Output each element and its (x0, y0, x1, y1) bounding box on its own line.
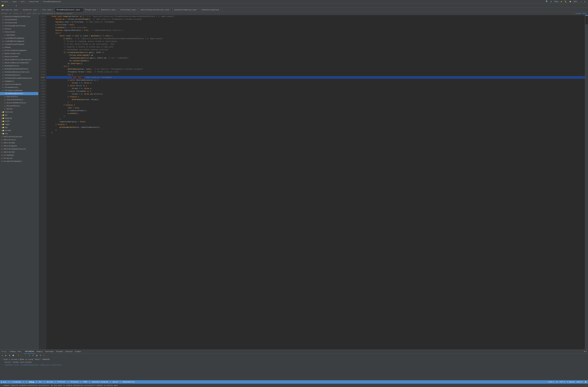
sidebar-item-rejectedexecutionhandler[interactable]: ▶ I RejectedExecutionHandler (0, 61, 38, 64)
step-out-button[interactable]: ↑ (24, 354, 27, 357)
status-build[interactable]: Build (113, 381, 118, 383)
sidebar-item-forkjoinworkerthread[interactable]: ▶ C ForkJoinWorkerThread (0, 24, 38, 27)
sidebar-item-prefs[interactable]: ▶ 📁 prefs (0, 120, 38, 123)
sidebar-item-scheduledexecutorservice[interactable]: ▶ I ScheduledExecutorService (0, 70, 38, 74)
sidebar-item-futuretask[interactable]: ▼ C FutureTask (0, 30, 38, 34)
tab-thread-close[interactable]: × (97, 9, 98, 11)
sidebar-item-linkedblockingdeque[interactable]: ▶ C LinkedBlockingDeque (0, 37, 38, 40)
tab-nioserver[interactable]: NioServer.java × (21, 8, 41, 12)
tab-futuretask[interactable]: FutureTask.java × (119, 8, 139, 12)
reader-mode-button[interactable]: Reader Mode (576, 13, 587, 15)
sidebar-item-recursivetask[interactable]: ▶ C RecursiveTask (0, 55, 38, 58)
threads-button[interactable]: ≡ (39, 354, 42, 357)
sidebar-item-threadlocalrandom[interactable]: ▶ C ThreadLocalRandom (0, 89, 38, 92)
code-content[interactable]: final void runWorker(Worker w) { // w: "… (46, 15, 585, 349)
status-todo[interactable]: TODO (83, 381, 87, 383)
sidebar-item-semaphore[interactable]: ▶ C Semaphore (0, 80, 38, 83)
step-into-button[interactable]: ↓ (21, 354, 23, 357)
run-to-cursor-button[interactable]: ⇥ (28, 354, 31, 357)
forward-button[interactable]: → (11, 4, 14, 7)
tab-threadpoolexecutor[interactable]: ThreadPoolExecutor.java × (55, 8, 84, 12)
debug-tab-memory[interactable]: Memory (35, 350, 44, 354)
debug-tab-console[interactable]: Console (64, 350, 74, 354)
tab-test-close[interactable]: × (52, 9, 53, 11)
tab-nioeventloopgroup[interactable]: NioEventLoopGroup × (200, 8, 222, 12)
stop-button[interactable]: ⏹ (569, 0, 571, 3)
debug-tab-overhead[interactable]: Overhead (44, 350, 55, 354)
sidebar-item-zip[interactable]: ▶ 📁 zip (0, 132, 38, 135)
search-icon[interactable]: 🔍 (546, 0, 548, 3)
sidebar-item-priorityblockingqueue[interactable]: ▶ C PriorityBlockingQueue (0, 49, 38, 52)
status-dependencies[interactable]: Dependencies (123, 381, 135, 383)
sidebar-item-phaser[interactable]: ▶ C Phaser (0, 46, 38, 49)
settings-icon[interactable]: ⚙ (550, 0, 551, 3)
tab-executors[interactable]: Executors.java × (100, 8, 119, 12)
sidebar-item-abstractcollection[interactable]: ▶ C AbstractCollection (0, 135, 38, 138)
git-icon[interactable]: Git: (574, 0, 578, 3)
sidebar-item-linkedblockingqueue[interactable]: ▶ C LinkedBlockingQueue (0, 40, 38, 43)
breadcrumb-util[interactable]: util (21, 1, 25, 3)
debug-run-button[interactable]: 🐛 (565, 0, 567, 3)
tab-nelg-close[interactable]: × (220, 9, 221, 11)
tab-nel-close[interactable]: × (198, 9, 198, 11)
back-button[interactable]: ← (7, 4, 10, 7)
sidebar-item-synchronousqueue[interactable]: ▶ C SynchronousQueue (0, 83, 38, 86)
sidebar-item-rejectedexecutionexception[interactable]: ▶ C RejectedExecutionException (0, 58, 38, 61)
debug-tab-variables[interactable]: Variables (24, 350, 35, 354)
more-options-button[interactable]: ⋯ (42, 354, 46, 357)
sidebar-item-abstractsequentiallist[interactable]: ▶ C AbstractSequentialList (0, 147, 38, 151)
debug-tab-frames[interactable]: Frames (74, 350, 82, 354)
run-button[interactable]: ▶ (561, 0, 562, 3)
tab-ae-close[interactable]: × (170, 9, 171, 11)
tab-nettyserver-close[interactable]: × (19, 9, 20, 11)
sidebar-item-runnablefuture[interactable]: ▶ I RunnableFuture (0, 64, 38, 68)
evaluate-button[interactable]: ≡ (32, 354, 35, 357)
pause-button[interactable]: ⏸ (8, 354, 11, 357)
close-panel-btn[interactable]: × (586, 350, 587, 353)
notification-close[interactable]: × (586, 385, 587, 387)
tab-test[interactable]: Test.java × (41, 8, 55, 12)
sidebar-item-forkjoinpool[interactable]: ▶ C ForkJoinPool (0, 18, 38, 21)
sidebar-item-abortpolicy[interactable]: ▶ C AbortPolicy (0, 95, 38, 98)
sidebar-item-arraydeque[interactable]: ▶ C ArrayDeque (0, 154, 38, 157)
tab-thread[interactable]: Thread.java × (83, 8, 100, 12)
rerun-button[interactable]: ↺ (0, 354, 4, 357)
sidebar-item-discardpolicy[interactable]: ▶ C DiscardPolicy (0, 104, 38, 108)
sidebar-item-runnablescheduledfuture[interactable]: ▶ I RunnableScheduledFuture (0, 68, 38, 70)
tab-nettyserver[interactable]: NettyServer.java × (0, 8, 21, 12)
sidebar-item-abstractset[interactable]: ▶ C AbstractSet (0, 151, 38, 154)
settings-btn[interactable]: ⚙ (584, 350, 585, 353)
sidebar-item-future[interactable]: ▶ I Future (0, 27, 38, 30)
frames-button[interactable]: ▤ (35, 354, 38, 357)
refresh-button[interactable]: ↻ (15, 4, 18, 7)
tab-executors-close[interactable]: × (116, 9, 117, 11)
status-debug[interactable]: 🐛 Debug (26, 381, 34, 383)
sidebar-item-arrayprefixhelpers[interactable]: ▶ C ArrayPrefixHelpers (0, 160, 38, 163)
sidebar-item-waitnode[interactable]: ▶ C WaitNode (0, 34, 38, 37)
sidebar-item-arraylist[interactable]: ▶ C ArrayList (0, 157, 38, 160)
tab-tpe-close[interactable]: × (81, 9, 82, 11)
sidebar-item-regex[interactable]: ▶ 📁 regex (0, 123, 38, 126)
sidebar-item-threadfactory[interactable]: ▶ I ThreadFactory (0, 86, 38, 89)
sidebar-item-scheduledthreadpoolexecutor[interactable]: ▶ C ScheduledThreadPoolExecutor (0, 77, 38, 80)
breadcrumb-java[interactable]: java (12, 1, 17, 3)
git-x[interactable]: ✗ (584, 0, 585, 3)
sidebar-item-scheduledfuture[interactable]: ▶ I ScheduledFuture (0, 74, 38, 77)
sidebar-item-discardoldestpolicy[interactable]: ▶ C DiscardOldestPolicy (0, 101, 38, 104)
sidebar-item-recursiveaction[interactable]: ▶ C RecursiveAction (0, 52, 38, 55)
tab-abstractexecutor[interactable]: AbstractExecutorService.java × (139, 8, 173, 12)
sidebar-item-abstractqueue[interactable]: ▶ C AbstractQueue (0, 144, 38, 147)
tab-nioeventloop[interactable]: NioEventLoopGroup.java × (173, 8, 200, 12)
status-git[interactable]: Git (39, 381, 42, 383)
tab-nioserver-close[interactable]: × (38, 9, 39, 11)
sidebar-item-executorcompletionservice[interactable]: ▶ C ExecutorCompletionService (0, 15, 38, 18)
code-line-1149[interactable]: task.run(); task (slot_3): Test$1@492 (46, 76, 585, 79)
breadcrumb-project[interactable]: Project (1, 1, 8, 3)
sidebar-item-linkedtransferqueue[interactable]: ▶ C LinkedTransferQueue (0, 43, 38, 46)
git-check[interactable]: ✓ (581, 0, 582, 3)
tab-futuretask-close[interactable]: × (136, 9, 137, 11)
status-problems[interactable]: ⚠ Problems (11, 381, 21, 383)
status-terminal[interactable]: Terminal (70, 381, 79, 383)
project-button[interactable]: 📁 (1, 4, 4, 7)
sidebar-item-logging[interactable]: ▶ 📁 logging (0, 117, 38, 120)
